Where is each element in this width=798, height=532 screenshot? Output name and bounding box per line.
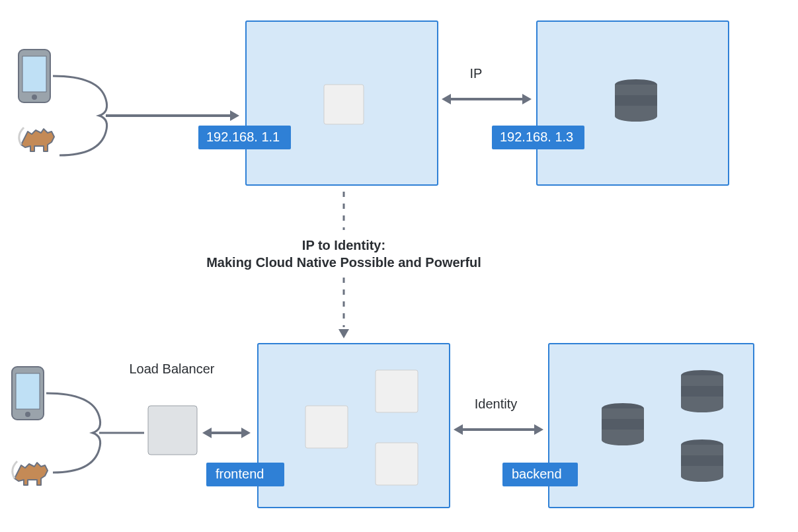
pod-box: [376, 370, 418, 412]
database-icon: [602, 403, 644, 445]
backend-box-bottom: [549, 344, 754, 508]
network-diagram: 192.168. 1.1 192.168. 1.3 IP IP to Ident…: [0, 0, 798, 532]
frontend-tag-text: frontend: [216, 467, 264, 481]
ip-tag-right-text: 192.168. 1.3: [500, 130, 573, 144]
identity-link-label: Identity: [475, 397, 517, 411]
database-icon: [681, 370, 723, 412]
client-merge-brace-bottom: [46, 393, 100, 473]
database-icon: [615, 79, 657, 122]
pod-box: [324, 85, 364, 124]
backend-tag-text: backend: [512, 467, 562, 481]
dog-icon: [13, 461, 48, 485]
title-line1: IP to Identity:: [302, 238, 385, 252]
load-balancer-box: [148, 406, 197, 455]
database-icon: [681, 439, 723, 482]
pod-box: [376, 443, 418, 485]
ip-tag-left-text: 192.168. 1.1: [206, 130, 280, 144]
client-merge-brace: [53, 76, 107, 155]
phone-icon: [12, 367, 44, 420]
ip-link-label: IP: [470, 66, 483, 81]
phone-icon: [19, 50, 50, 102]
dog-icon: [19, 128, 54, 151]
lb-label: Load Balancer: [130, 361, 215, 376]
frontend-box-bottom: [258, 344, 450, 508]
pod-box: [305, 406, 348, 448]
title-line2: Making Cloud Native Possible and Powerfu…: [206, 255, 481, 270]
